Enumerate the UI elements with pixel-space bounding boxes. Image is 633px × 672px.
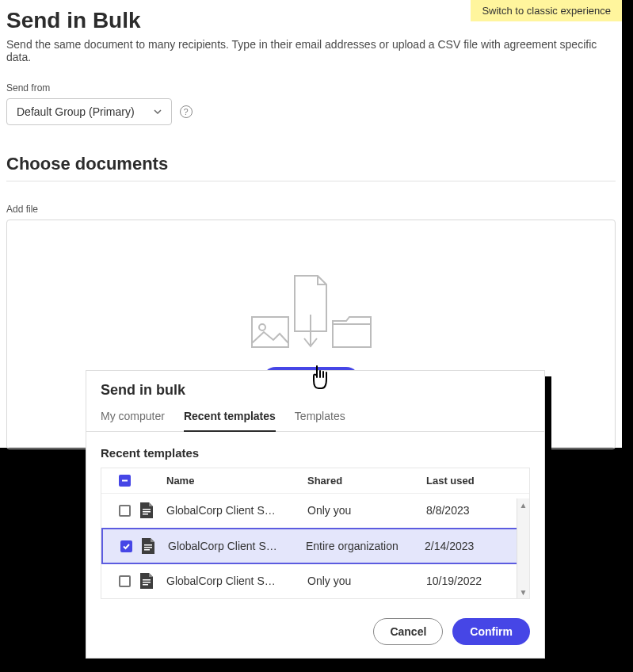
svg-point-1	[259, 324, 265, 330]
svg-rect-10	[144, 549, 150, 551]
tab-my-computer[interactable]: My computer	[101, 410, 165, 431]
folder-icon	[332, 316, 372, 348]
row-checkbox[interactable]	[119, 505, 131, 517]
svg-rect-0	[252, 317, 288, 347]
scroll-down-icon[interactable]: ▼	[517, 586, 529, 598]
svg-rect-4	[122, 480, 128, 482]
row-name: GlobalCorp Client S…	[166, 504, 307, 517]
send-from-value: Default Group (Primary)	[17, 105, 135, 118]
modal-tabs: My computer Recent templates Templates	[86, 399, 544, 432]
row-shared: Only you	[307, 575, 426, 587]
row-name: GlobalCorp Client S…	[166, 575, 307, 587]
svg-rect-7	[143, 514, 148, 515]
svg-rect-9	[144, 547, 152, 548]
svg-rect-8	[144, 544, 152, 546]
table-row[interactable]: GlobalCorp Client S… Only you 8/8/2023	[101, 494, 529, 528]
tab-recent-templates[interactable]: Recent templates	[184, 410, 276, 432]
select-all-checkbox[interactable]	[119, 475, 131, 487]
document-download-icon	[294, 275, 327, 348]
column-shared[interactable]: Shared	[307, 475, 426, 487]
row-checkbox[interactable]	[120, 540, 132, 552]
chevron-down-icon	[154, 108, 162, 116]
row-name: GlobalCorp Client S…	[168, 540, 306, 552]
add-file-label: Add file	[6, 204, 616, 215]
svg-rect-12	[143, 582, 151, 583]
cancel-button[interactable]: Cancel	[373, 618, 443, 645]
column-last-used[interactable]: Last used	[426, 475, 521, 487]
dropzone-icons	[251, 275, 372, 348]
templates-table: Name Shared Last used GlobalCorp Client …	[101, 468, 530, 599]
column-name[interactable]: Name	[166, 475, 307, 487]
choose-documents-title: Choose documents	[6, 154, 616, 181]
row-shared: Only you	[307, 504, 426, 517]
send-from-select[interactable]: Default Group (Primary)	[6, 98, 172, 125]
svg-rect-13	[143, 584, 148, 586]
row-last-used: 2/14/2023	[425, 540, 520, 552]
table-header: Name Shared Last used	[101, 468, 529, 494]
tab-templates[interactable]: Templates	[295, 410, 345, 431]
table-scrollbar[interactable]: ▲ ▼	[517, 498, 529, 598]
table-row[interactable]: GlobalCorp Client S… Only you 10/19/2022	[101, 564, 529, 598]
svg-rect-5	[143, 509, 151, 510]
document-icon	[139, 502, 166, 519]
image-icon	[251, 316, 289, 348]
document-icon	[139, 572, 166, 590]
modal-title: Send in bulk	[86, 382, 544, 399]
classic-experience-banner[interactable]: Switch to classic experience	[471, 0, 622, 21]
help-icon[interactable]: ?	[180, 105, 193, 118]
file-picker-modal: Send in bulk My computer Recent template…	[86, 370, 545, 659]
send-from-label: Send from	[6, 82, 616, 94]
row-last-used: 10/19/2022	[426, 575, 521, 587]
scroll-up-icon[interactable]: ▲	[517, 498, 529, 511]
svg-rect-11	[143, 579, 151, 581]
svg-rect-6	[143, 511, 151, 513]
row-last-used: 8/8/2023	[426, 504, 521, 517]
recent-templates-heading: Recent templates	[86, 432, 544, 468]
row-shared: Entire organization	[306, 540, 425, 552]
confirm-button[interactable]: Confirm	[452, 618, 530, 645]
document-icon	[141, 537, 168, 555]
table-row[interactable]: GlobalCorp Client S… Entire organization…	[101, 528, 529, 564]
page-subtitle: Send the same document to many recipient…	[6, 38, 616, 63]
row-checkbox[interactable]	[119, 575, 131, 587]
